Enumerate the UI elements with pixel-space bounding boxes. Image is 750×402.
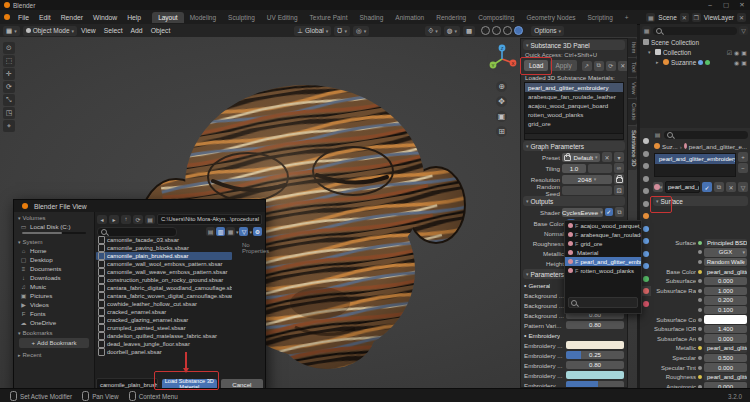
viewport-menu-item[interactable]: Select xyxy=(100,27,127,34)
sidebar-tab[interactable]: Substance 3D xyxy=(628,126,637,170)
file-row[interactable]: cantara_fabric_woven_digital_camouflage.… xyxy=(96,292,232,300)
properties-tab[interactable] xyxy=(641,299,651,309)
preset-menu-button[interactable]: ▾ xyxy=(614,152,624,162)
toolbar-icon[interactable]: ⌖ xyxy=(3,120,15,132)
surface-field[interactable]: 0.000 xyxy=(704,277,747,286)
show-overlays-toggle[interactable]: ◍▾ xyxy=(444,26,460,36)
file-row[interactable]: cowhide_leather_hollow_cut.sbsar xyxy=(96,300,232,308)
shading-wireframe-icon[interactable] xyxy=(481,26,490,35)
properties-tab[interactable] xyxy=(641,274,651,284)
hide-eye-icon[interactable]: ◉ xyxy=(734,49,739,56)
popup-search-input[interactable] xyxy=(568,297,638,308)
new-folder-button[interactable]: ▤ xyxy=(145,215,155,224)
outliner-row-suzanne[interactable]: ▸ Suzanne ◉ ▣ xyxy=(640,57,750,67)
resolution-lock-button[interactable] xyxy=(614,174,624,184)
exclude-checkbox[interactable]: ☑ xyxy=(727,49,732,56)
proportional-editing-toggle[interactable]: ◎▾ xyxy=(353,26,369,36)
file-search-input[interactable] xyxy=(97,227,177,237)
properties-tab[interactable] xyxy=(641,161,651,171)
surface-field[interactable]: 0.000 xyxy=(704,363,747,372)
parameter-field[interactable] xyxy=(566,341,624,350)
browse-material-icon[interactable]: ▾ xyxy=(653,182,663,192)
surface-field[interactable]: 0.100 xyxy=(704,306,747,315)
surface-field[interactable]: 0.000 xyxy=(704,334,747,343)
material-specials-icon[interactable]: ▽ xyxy=(738,182,748,192)
display-thumbnails-icon[interactable]: ▦ xyxy=(226,227,235,236)
workspace-tab[interactable]: Compositing xyxy=(472,12,520,23)
viewport-menu-item[interactable]: Add xyxy=(127,27,147,34)
menu-item[interactable]: File xyxy=(13,14,34,21)
tiling-field-y[interactable] xyxy=(588,164,612,173)
toolbar-icon[interactable]: ✛ xyxy=(3,68,15,80)
navigation-gizmo[interactable]: X Y Z xyxy=(486,43,518,76)
bookmarks-section-header[interactable]: ▾Bookmarks xyxy=(14,327,94,337)
snap-toggle[interactable]: Ω▾ xyxy=(334,26,350,36)
random-seed-slider[interactable] xyxy=(562,186,612,195)
substance-tool-icon[interactable]: ⧉ xyxy=(594,61,604,71)
workspace-tab[interactable]: Sculpting xyxy=(222,12,261,23)
display-vertical-list-icon[interactable]: ▤ xyxy=(206,227,215,236)
system-folder-item[interactable]: ↓Downloads xyxy=(14,273,94,282)
filter-funnel-icon[interactable]: ▽ xyxy=(239,227,248,236)
close-button[interactable]: ✕ xyxy=(734,0,750,10)
file-row[interactable]: camomile_wall_wool_emboss_pattern.sbsar xyxy=(96,260,232,268)
viewlayer-icon[interactable]: ❐ xyxy=(692,13,701,22)
disable-render-icon[interactable]: ▣ xyxy=(741,59,747,66)
material-popup-item[interactable]: Frotten_wood_planks xyxy=(565,266,641,275)
toolbar-icon[interactable]: ⤡ xyxy=(3,94,15,106)
properties-tab[interactable] xyxy=(641,211,651,221)
system-folder-item[interactable]: ≡Documents xyxy=(14,264,94,273)
properties-tab[interactable] xyxy=(641,286,651,296)
properties-tab[interactable] xyxy=(641,236,651,246)
shading-solid-icon[interactable] xyxy=(492,26,501,35)
parameter-field[interactable]: 0.80 xyxy=(566,321,624,330)
properties-tab[interactable] xyxy=(641,224,651,234)
substance-material-row[interactable]: pearl_and_glitter_embroidery xyxy=(525,83,623,92)
nav-icon[interactable]: ⊞ xyxy=(496,126,507,137)
surface-field[interactable]: 1.400 xyxy=(704,325,747,334)
system-folder-item[interactable]: ⌂Home xyxy=(14,246,94,255)
shading-rendered-icon[interactable] xyxy=(514,26,523,35)
refresh-button[interactable]: ⟳ xyxy=(133,215,143,224)
surface-field[interactable]: pearl_and_glitter_ xyxy=(704,373,747,382)
workspace-tab[interactable]: Geometry Nodes xyxy=(520,12,581,23)
file-row[interactable]: camomile_wall_weave_emboss_pattern.sbsar xyxy=(96,268,232,276)
display-horizontal-list-icon[interactable]: ▥ xyxy=(216,227,225,236)
system-section-header[interactable]: ▾System xyxy=(14,236,94,246)
up-button[interactable]: ↑ xyxy=(121,215,131,224)
preset-dropdown[interactable]: Default▾ xyxy=(562,153,600,162)
file-row[interactable]: dead_leaves_jungle_floor.sbsar xyxy=(96,340,232,348)
substance-tool-icon[interactable]: ⟳ xyxy=(606,61,616,71)
outliner-search-input[interactable] xyxy=(653,27,737,35)
sidebar-tab[interactable]: View xyxy=(628,78,637,98)
back-button[interactable]: ◂ xyxy=(97,215,107,224)
menu-item[interactable]: Edit xyxy=(34,14,56,21)
add-slot-button[interactable]: + xyxy=(738,152,748,162)
parameter-field[interactable]: 0.25 xyxy=(566,351,624,360)
substance-tool-icon[interactable]: ↗ xyxy=(582,61,592,71)
expand-icon[interactable]: ▾ xyxy=(648,49,653,55)
link-icon[interactable]: ∞ xyxy=(614,163,624,173)
editor-type-button[interactable]: ▦▾ xyxy=(3,26,20,36)
file-row[interactable]: cantara_fabric_digital_woodland_camoufla… xyxy=(96,284,232,292)
shading-material-icon[interactable] xyxy=(503,26,512,35)
material-popup-item[interactable]: Fgrid_ore xyxy=(565,239,641,248)
surface-field[interactable]: pearl_and_glitter_ xyxy=(704,267,747,276)
workspace-tab[interactable]: Animation xyxy=(389,12,430,23)
dialog-title-bar[interactable]: Blender File View xyxy=(14,200,265,212)
material-slot-row[interactable]: pearl_and_glitter_embroidery xyxy=(655,154,735,164)
system-folder-item[interactable]: ▢Desktop xyxy=(14,255,94,264)
surface-field[interactable]: 0.200 xyxy=(704,296,747,305)
properties-tab[interactable] xyxy=(641,249,651,259)
workspace-tab[interactable]: + xyxy=(619,12,635,23)
surface-field[interactable]: 1.000 xyxy=(704,287,747,296)
menu-item[interactable]: Help xyxy=(122,14,146,21)
properties-tab[interactable] xyxy=(641,186,651,196)
material-popup-item[interactable]: Facajou_wood_parquet_board xyxy=(565,221,641,230)
expand-icon[interactable]: ▸ xyxy=(656,59,661,65)
shader-dropdown[interactable]: CyclesEevee▾ xyxy=(562,208,603,217)
hide-eye-icon[interactable]: ◉ xyxy=(734,59,739,66)
scene-icon[interactable]: ▦ xyxy=(646,13,655,22)
substance-material-row[interactable]: grid_ore xyxy=(525,119,623,128)
scene-unlink-icon[interactable]: ✕ xyxy=(680,13,689,22)
